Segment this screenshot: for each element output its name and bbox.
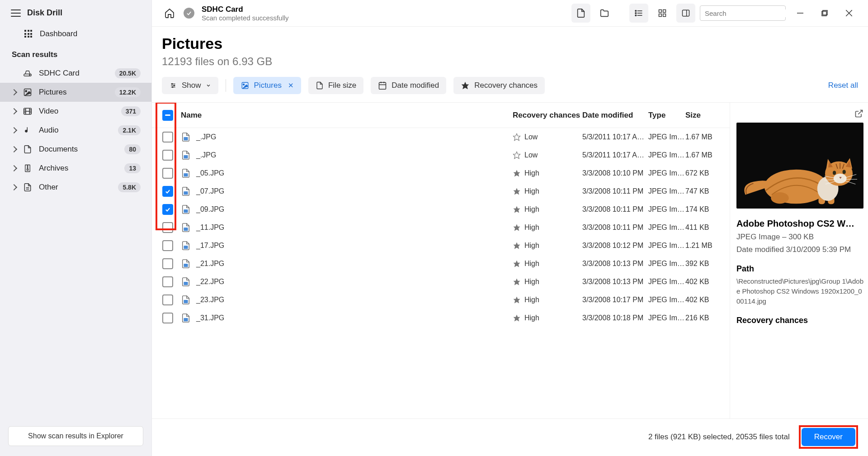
row-checkbox[interactable] — [162, 258, 173, 269]
pictures-filter[interactable]: Pictures ✕ — [233, 77, 301, 94]
col-name[interactable]: Name — [178, 111, 513, 120]
svg-line-73 — [858, 110, 862, 114]
table-row[interactable]: _31.JPGHigh3/3/2008 10:18 PMJPEG Im…216 … — [152, 309, 730, 327]
home-icon[interactable] — [160, 4, 179, 23]
sidebar-label: SDHC Card — [39, 69, 108, 78]
maximize-button[interactable] — [815, 5, 835, 21]
open-external-icon[interactable] — [854, 109, 863, 120]
table-row[interactable]: _23.JPGHigh3/3/2008 10:17 PMJPEG Im…402 … — [152, 291, 730, 309]
row-checkbox[interactable] — [162, 186, 173, 197]
file-name: _23.JPG — [178, 295, 513, 305]
row-checkbox[interactable] — [162, 276, 173, 287]
sidebar-item-pictures[interactable]: Pictures12.2K — [0, 83, 151, 102]
table-row[interactable]: _.JPGLow5/3/2011 10:17 A…JPEG Im…1.67 MB — [152, 146, 730, 164]
recovery-cell: High — [513, 260, 582, 268]
audio-icon — [23, 125, 33, 135]
footer: 2 files (921 KB) selected, 20535 files t… — [152, 418, 868, 456]
table-row[interactable]: _11.JPGHigh3/3/2008 10:11 PMJPEG Im…411 … — [152, 218, 730, 237]
sidebar-label: Audio — [39, 126, 112, 135]
recovery-cell: High — [513, 169, 582, 177]
table-row[interactable]: _21.JPGHigh3/3/2008 10:13 PMJPEG Im…392 … — [152, 255, 730, 273]
table-row[interactable]: _07.JPGHigh3/3/2008 10:11 PMJPEG Im…747 … — [152, 182, 730, 200]
table-row[interactable]: _17.JPGHigh3/3/2008 10:12 PMJPEG Im…1.21… — [152, 237, 730, 255]
recovery-cell: High — [513, 205, 582, 214]
col-date[interactable]: Date modified — [582, 111, 648, 120]
scan-results-heading: Scan results — [0, 47, 151, 64]
file-name: _22.JPG — [178, 277, 513, 287]
select-all-checkbox[interactable] — [162, 110, 173, 121]
table-row[interactable]: _.JPGLow5/3/2011 10:17 A…JPEG Im…1.67 MB — [152, 128, 730, 146]
svg-rect-53 — [184, 155, 188, 158]
folder-icon[interactable] — [595, 4, 614, 23]
date-cell: 3/3/2008 10:12 PM — [582, 242, 648, 250]
svg-rect-29 — [683, 10, 689, 16]
date-filter[interactable]: Date modified — [371, 77, 446, 94]
date-cell: 3/3/2008 10:17 PM — [582, 296, 648, 304]
recovery-cell: Low — [513, 151, 582, 159]
row-checkbox[interactable] — [162, 240, 173, 251]
col-size[interactable]: Size — [685, 111, 730, 120]
type-cell: JPEG Im… — [648, 133, 685, 141]
clear-filter-icon[interactable]: ✕ — [288, 81, 294, 90]
close-button[interactable] — [839, 5, 859, 21]
panel-icon[interactable] — [676, 4, 695, 23]
recovery-filter[interactable]: Recovery chances — [453, 77, 545, 94]
hamburger-icon[interactable] — [11, 10, 21, 17]
type-cell: JPEG Im… — [648, 242, 685, 250]
show-filter[interactable]: Show — [162, 77, 218, 94]
table-row[interactable]: _09.JPGHigh3/3/2008 10:11 PMJPEG Im…174 … — [152, 200, 730, 218]
svg-point-45 — [243, 84, 244, 85]
grid-view-icon[interactable] — [653, 4, 672, 23]
svg-point-42 — [174, 85, 175, 86]
image-icon — [241, 81, 250, 90]
chevron-down-icon — [206, 83, 211, 88]
list-view-icon[interactable] — [629, 4, 648, 23]
file-name: _09.JPG — [178, 204, 513, 214]
file-table[interactable]: Name Recovery chances Date modified Type… — [152, 103, 730, 418]
row-checkbox[interactable] — [162, 168, 173, 179]
recovery-cell: High — [513, 242, 582, 250]
sidebar-item-documents[interactable]: Documents80 — [0, 140, 151, 159]
size-cell: 392 KB — [685, 260, 730, 268]
search-field[interactable] — [705, 10, 791, 17]
col-recovery[interactable]: Recovery chances — [513, 111, 582, 120]
sidebar-item-dashboard[interactable]: Dashboard — [0, 25, 151, 43]
sidebar-item-archives[interactable]: Archives13 — [0, 159, 151, 178]
detail-subtitle: JPEG Image – 300 KB — [736, 233, 863, 242]
svg-marker-58 — [514, 188, 520, 195]
chevron-right-icon — [11, 89, 17, 95]
sidebar-item-video[interactable]: Video371 — [0, 102, 151, 121]
table-row[interactable]: _22.JPGHigh3/3/2008 10:13 PMJPEG Im…402 … — [152, 273, 730, 291]
show-in-explorer-button[interactable]: Show scan results in Explorer — [8, 426, 143, 446]
recover-button[interactable]: Recover — [802, 428, 855, 446]
sidebar-item-drive[interactable]: SDHC Card20.5K — [0, 64, 151, 83]
row-checkbox[interactable] — [162, 294, 173, 305]
svg-marker-60 — [514, 206, 520, 213]
table-row[interactable]: _05.JPGHigh3/3/2008 10:10 PMJPEG Im…672 … — [152, 164, 730, 182]
file-icon — [316, 81, 324, 90]
svg-marker-64 — [514, 242, 520, 249]
sidebar-label: Video — [39, 107, 115, 116]
row-checkbox[interactable] — [162, 313, 173, 323]
chevron-right-icon — [11, 165, 17, 171]
selection-status: 2 files (921 KB) selected, 20535 files t… — [648, 432, 790, 442]
row-checkbox[interactable] — [162, 204, 173, 215]
search-input[interactable] — [700, 5, 786, 21]
file-name: _05.JPG — [178, 168, 513, 178]
minimize-button[interactable] — [790, 5, 810, 21]
sidebar-item-other[interactable]: Other5.8K — [0, 178, 151, 197]
svg-rect-59 — [184, 209, 188, 213]
reset-all-link[interactable]: Reset all — [828, 81, 858, 90]
svg-marker-52 — [514, 134, 520, 141]
row-checkbox[interactable] — [162, 222, 173, 233]
col-type[interactable]: Type — [648, 111, 685, 120]
sidebar-badge: 20.5K — [115, 68, 141, 78]
recovery-cell: High — [513, 278, 582, 286]
sidebar-item-audio[interactable]: Audio2.1K — [0, 121, 151, 140]
file-icon[interactable] — [571, 4, 590, 23]
recovery-cell: High — [513, 314, 582, 322]
svg-point-85 — [833, 174, 846, 184]
row-checkbox[interactable] — [162, 150, 173, 161]
row-checkbox[interactable] — [162, 132, 173, 142]
filesize-filter[interactable]: File size — [308, 77, 363, 94]
